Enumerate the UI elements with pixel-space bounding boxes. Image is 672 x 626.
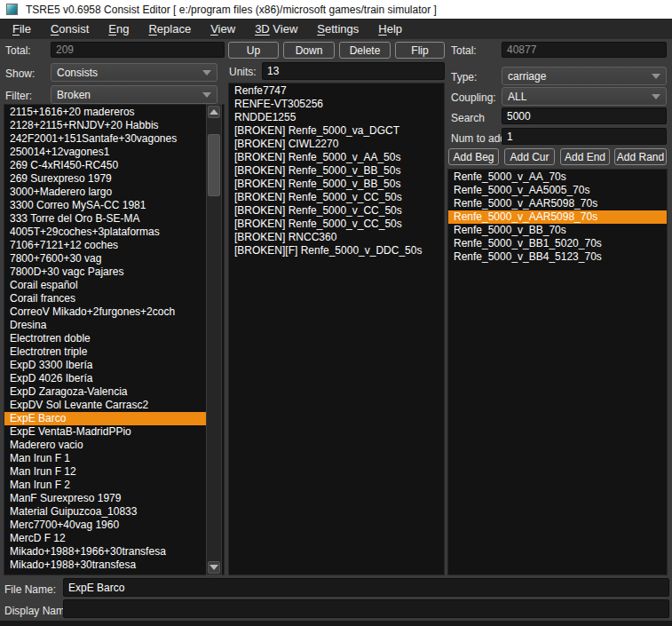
add-beg-button[interactable]: Add Beg bbox=[448, 148, 499, 165]
unit-list-item[interactable]: [BROKEN] Renfe_5000_v_CC_50s bbox=[229, 191, 444, 204]
unit-list-item[interactable]: [BROKEN] Renfe_5000_v_CC_50s bbox=[229, 204, 444, 218]
shape-list-item[interactable]: Renfe_5000_v_AA_70s bbox=[448, 170, 667, 184]
scroll-down-button[interactable] bbox=[208, 561, 220, 574]
consist-list-item[interactable]: 7800+7600+30 vag bbox=[4, 252, 207, 265]
menu-3d-view[interactable]: 3D View bbox=[245, 19, 307, 39]
consist-list-item[interactable]: Man Irun F 2 bbox=[4, 479, 207, 492]
consist-list-item[interactable]: ExpD Zaragoza-Valencia bbox=[4, 385, 207, 399]
menu-eng[interactable]: Eng bbox=[99, 19, 138, 39]
consist-list-item[interactable]: ManF Surexpreso 1979 bbox=[4, 492, 207, 505]
consist-list-item[interactable]: Electrotren doble bbox=[4, 332, 207, 345]
unit-list-item[interactable]: [BROKEN] Renfe_5000_v_BB_50s bbox=[229, 178, 444, 191]
flip-button[interactable]: Flip bbox=[395, 42, 445, 59]
file-name-field[interactable]: ExpE Barco bbox=[63, 578, 669, 597]
add-cur-button[interactable]: Add Cur bbox=[504, 148, 555, 165]
consist-list-item[interactable]: 269 Surexpreso 1979 bbox=[4, 172, 207, 186]
consist-list-item[interactable]: 250014+12vagones1 bbox=[4, 146, 207, 159]
arrow-up-icon bbox=[210, 109, 218, 115]
consist-list-item[interactable]: 7106+7121+12 coches bbox=[4, 239, 207, 252]
num-to-add-label: Num to add bbox=[451, 132, 506, 145]
unit-list-item[interactable]: RENFE-VT305256 bbox=[229, 98, 444, 111]
shape-list-item[interactable]: Renfe_5000_v_AAR5098_70s bbox=[448, 197, 667, 210]
shape-list-item[interactable]: Renfe_5000_v_AAR5098_70s bbox=[448, 210, 667, 224]
shape-list-item[interactable]: Renfe_5000_v_BB4_5123_70s bbox=[448, 250, 667, 264]
tsre5-consist-editor-window: TSRE5 v0.6958 Consist Editor [ e:/progra… bbox=[0, 0, 672, 626]
unit-list-item[interactable]: [BROKEN] Renfe_5000_v_BB_50s bbox=[229, 164, 444, 178]
consist-list-item[interactable]: Man Irun F 12 bbox=[4, 465, 207, 479]
consist-list-item[interactable]: 242F2001+151Santafe+30vagones bbox=[4, 132, 207, 146]
arrow-down-icon bbox=[210, 565, 218, 570]
menu-view[interactable]: View bbox=[201, 19, 245, 39]
scroll-up-button[interactable] bbox=[208, 106, 220, 118]
chevron-down-icon bbox=[202, 70, 211, 75]
chevron-down-icon bbox=[652, 74, 660, 79]
unit-list-item[interactable]: [BROKEN] Renfe_5000_v_AA_50s bbox=[229, 151, 444, 164]
chevron-down-icon bbox=[652, 94, 660, 99]
consist-list-item[interactable]: 2115+1616+20 madereros bbox=[4, 106, 207, 119]
consist-list-item[interactable]: Material Guipuzcoa_10833 bbox=[4, 505, 207, 519]
consist-list-item[interactable]: Merc7700+40vag 1960 bbox=[4, 519, 207, 532]
menu-settings[interactable]: Settings bbox=[307, 19, 368, 39]
add-end-button[interactable]: Add End bbox=[560, 148, 610, 165]
consist-list-item[interactable]: 3300 Correo MySA-CC 1981 bbox=[4, 199, 207, 212]
consist-list-item[interactable]: ExpD 4026 Ibería bbox=[4, 372, 207, 385]
delete-button[interactable]: Delete bbox=[339, 42, 391, 59]
type-dropdown[interactable]: carriage bbox=[502, 67, 667, 85]
search-field[interactable]: 5000 bbox=[502, 107, 667, 124]
shape-list-item[interactable]: Renfe_5000_v_BB1_5020_70s bbox=[448, 237, 667, 250]
consist-list-item[interactable]: CorreoV Mikado+2furgones+2coch bbox=[4, 305, 207, 319]
menu-replace[interactable]: Replace bbox=[138, 19, 201, 39]
consist-list-item[interactable]: 4005T+29coches+3plataformas bbox=[4, 226, 207, 239]
consist-list-item[interactable]: Man Irun F 1 bbox=[4, 452, 207, 465]
consist-list-item[interactable]: ExpE VentaB-MadridPPio bbox=[4, 425, 207, 439]
consist-list-item[interactable]: Maderero vacio bbox=[4, 439, 207, 452]
coupling-label: Coupling: bbox=[451, 91, 496, 104]
consist-list-item[interactable]: Mikado+1988+1966+30transfesa bbox=[4, 545, 207, 559]
shape-list-item[interactable]: Renfe_5000_v_AA5005_70s bbox=[448, 184, 667, 197]
consist-list-item[interactable]: Corail español bbox=[4, 279, 207, 292]
consist-list-item[interactable]: 7800D+30 vagc Pajares bbox=[4, 265, 207, 279]
coupling-dropdown[interactable]: ALL bbox=[502, 87, 667, 106]
unit-list-item[interactable]: [BROKEN] RNCC360 bbox=[229, 231, 444, 244]
scrollbar-thumb[interactable] bbox=[208, 134, 220, 196]
unit-list-item[interactable]: [BROKEN][F] Renfe_5000_v_DDC_50s bbox=[229, 244, 444, 258]
up-button[interactable]: Up bbox=[228, 42, 279, 59]
filter-dropdown[interactable]: Broken bbox=[51, 85, 217, 104]
consist-list-scrollbar[interactable] bbox=[206, 104, 222, 575]
units-label: Units: bbox=[229, 66, 257, 78]
consist-list-item[interactable]: 2128+2115+RNJDV+20 Habbis bbox=[4, 119, 207, 132]
consist-list-item[interactable]: Mikado+1988+30transfesa bbox=[4, 559, 207, 572]
menu-help[interactable]: Help bbox=[368, 19, 412, 39]
num-to-add-field[interactable]: 1 bbox=[502, 128, 667, 145]
consist-list-item[interactable]: MercD F 12 bbox=[4, 532, 207, 545]
file-name-label: File Name: bbox=[4, 583, 56, 596]
consist-list-item[interactable]: 269 C-4xRI450-RC450 bbox=[4, 159, 207, 172]
unit-list-item[interactable]: RNDDE1255 bbox=[229, 111, 444, 124]
consist-list-item[interactable]: Electrotren triple bbox=[4, 345, 207, 359]
unit-list-item[interactable]: [BROKEN] CIWL2270 bbox=[229, 138, 444, 151]
consist-list-item[interactable]: ExpD 3300 Ibería bbox=[4, 359, 207, 372]
shapes-total-field: 40877 bbox=[502, 42, 667, 58]
shape-list-item[interactable]: Renfe_5000_v_BB_70s bbox=[448, 224, 667, 237]
app-icon bbox=[6, 4, 18, 15]
consist-list-item[interactable]: 333 Torre del Oro B-SE-MA bbox=[4, 212, 207, 226]
add-rand-button[interactable]: Add Rand bbox=[614, 148, 667, 165]
bottom-strip bbox=[0, 621, 672, 626]
consist-list-item[interactable]: ExpE Barco bbox=[4, 412, 207, 425]
menu-consist[interactable]: Consist bbox=[41, 19, 99, 39]
unit-list-item[interactable]: Renfe7747 bbox=[229, 84, 444, 98]
unit-list-item[interactable]: [BROKEN] Renfe_5000_v_CC_50s bbox=[229, 218, 444, 231]
consist-list-item[interactable]: ExpDV Sol Levante Carrasc2 bbox=[4, 399, 207, 412]
consist-list-item[interactable]: Corail frances bbox=[4, 292, 207, 305]
down-button[interactable]: Down bbox=[283, 42, 335, 59]
chevron-down-icon bbox=[202, 92, 211, 98]
display-name-field[interactable] bbox=[63, 599, 669, 618]
show-dropdown[interactable]: Consists bbox=[51, 63, 217, 82]
unit-list-item[interactable]: [BROKEN] Renfe_5000_va_DGCT bbox=[229, 124, 444, 138]
menu-file[interactable]: File bbox=[3, 19, 41, 39]
consist-list-item[interactable]: 3000+Maderero largo bbox=[4, 186, 207, 199]
units-field[interactable]: 13 bbox=[262, 62, 445, 80]
shape-list: Renfe_5000_v_AA_70sRenfe_5000_v_AA5005_7… bbox=[447, 169, 668, 575]
search-label: Search bbox=[451, 112, 485, 124]
consist-list-item[interactable]: Dresina bbox=[4, 319, 207, 332]
